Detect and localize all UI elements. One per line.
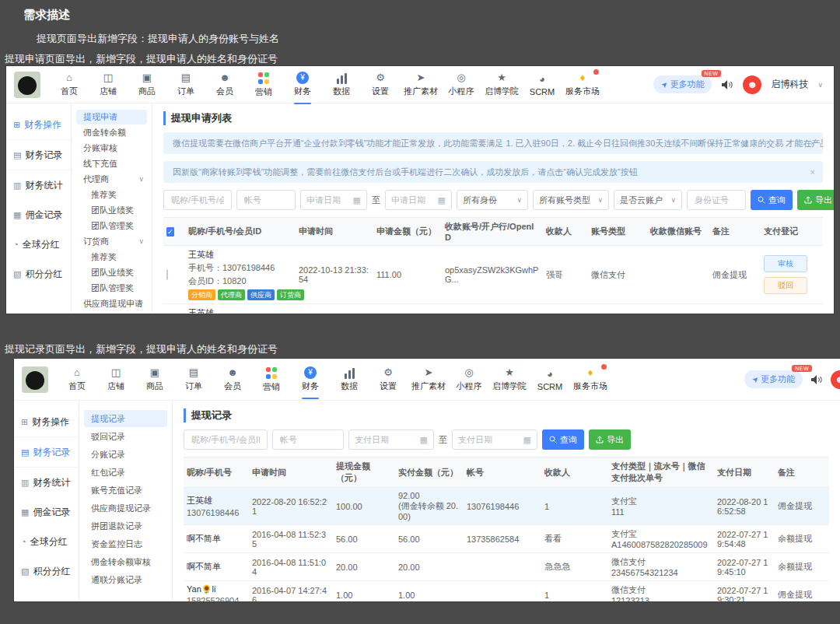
nav-item-home[interactable]: ⌂首页 bbox=[58, 366, 96, 392]
submenu-item[interactable]: 供应商提现记录 bbox=[84, 500, 167, 517]
nav-item-shop[interactable]: ◫店铺 bbox=[89, 72, 128, 97]
sidebar-item-points-dividend[interactable]: ▧积分分红 bbox=[6, 259, 71, 289]
sidebar-item-commission-records[interactable]: ▦佣金记录 bbox=[6, 200, 71, 230]
nav-item-orders[interactable]: ▤订单 bbox=[166, 72, 205, 97]
search-button[interactable]: 查询 bbox=[751, 190, 793, 210]
submenu-item[interactable]: 驳回记录 bbox=[84, 428, 167, 445]
submenu-item[interactable]: 团队管理奖 bbox=[76, 219, 147, 233]
submenu-item[interactable]: 佣金转余额审核 bbox=[84, 553, 167, 570]
keyword-input[interactable] bbox=[184, 429, 268, 450]
nav-item-goods[interactable]: ▣商品 bbox=[135, 366, 174, 392]
paid-amount: 20.00 bbox=[398, 563, 460, 572]
submenu-item[interactable]: 通联分账记录 bbox=[84, 571, 167, 588]
account-input[interactable] bbox=[272, 429, 344, 450]
nav-item-finance[interactable]: ¥财务 bbox=[291, 366, 330, 392]
account-avatar[interactable]: ☻ bbox=[743, 75, 761, 94]
nav-item-marketing[interactable]: 营销 bbox=[252, 366, 291, 393]
submenu-item[interactable]: 拼团退款记录 bbox=[84, 517, 167, 535]
submenu-item[interactable]: 提现记录 bbox=[84, 410, 167, 427]
nav-item-academy[interactable]: ★启博学院 bbox=[481, 72, 523, 97]
submenu-item[interactable]: 推荐奖 bbox=[76, 250, 147, 265]
submenu-item[interactable]: 分账记录 bbox=[84, 446, 167, 463]
date-start-input[interactable]: 申请日期▦ bbox=[300, 190, 367, 210]
nav-item-academy[interactable]: ★启博学院 bbox=[488, 366, 530, 392]
nav-item-settings[interactable]: ⚙设置 bbox=[361, 72, 400, 97]
nav-item-promo[interactable]: ➤推广素材 bbox=[400, 72, 442, 97]
cloud-account-select[interactable]: 是否云账户∨ bbox=[614, 190, 682, 210]
more-features-button[interactable]: ➤更多功能NEW bbox=[653, 75, 712, 93]
nav-item-scrm[interactable]: ◕SCRM bbox=[530, 368, 569, 391]
finance-sidebar: ⊞财务操作▤财务记录▥财务统计▦佣金记录◔全球分红▧积分分红 bbox=[14, 401, 79, 601]
row-checkbox[interactable] bbox=[166, 269, 168, 280]
keyword-input[interactable] bbox=[163, 190, 232, 210]
submenu-item[interactable]: 团队业绩奖 bbox=[76, 265, 147, 280]
announcement-speaker-icon[interactable] bbox=[721, 79, 733, 90]
nav-item-members[interactable]: ☻会员 bbox=[213, 366, 252, 392]
date-start-input[interactable]: 支付日期▦ bbox=[348, 429, 434, 450]
submenu-item[interactable]: 团队管理奖 bbox=[76, 281, 147, 296]
submenu-item-label: 订货商 bbox=[83, 234, 109, 249]
submenu-item[interactable]: 提现申请 bbox=[76, 110, 147, 124]
account-input[interactable] bbox=[236, 190, 296, 210]
select-all-checkbox[interactable]: ✓ bbox=[166, 227, 174, 237]
submenu-item[interactable]: 供应商提现申请 bbox=[76, 296, 147, 311]
submenu-item[interactable]: 代理商∨ bbox=[76, 172, 147, 187]
notification-badge bbox=[593, 69, 599, 75]
close-icon[interactable]: × bbox=[810, 132, 815, 154]
audit-button[interactable]: 审核 bbox=[764, 255, 807, 272]
sidebar-item-global-dividend[interactable]: ◔全球分红 bbox=[6, 230, 71, 259]
member-phone: 手机号：13076198446 bbox=[188, 262, 292, 274]
submenu-item[interactable]: 订货商∨ bbox=[76, 234, 147, 249]
nav-item-scrm[interactable]: ◕SCRM bbox=[523, 73, 562, 96]
sidebar-item-points-dividend[interactable]: ▧积分分红 bbox=[14, 556, 79, 586]
reject-button[interactable]: 驳回 bbox=[764, 277, 807, 294]
header-amount: 申请金额（元） bbox=[373, 223, 442, 240]
submenu-item[interactable]: 分账审核 bbox=[76, 141, 147, 156]
nav-item-label: 数据 bbox=[341, 380, 358, 392]
sidebar-item-finance-records[interactable]: ▤财务记录 bbox=[6, 140, 71, 170]
nav-item-data[interactable]: 数据 bbox=[330, 366, 369, 392]
export-button[interactable]: 导出 bbox=[797, 190, 834, 210]
submenu-item[interactable]: 线下充值 bbox=[76, 156, 147, 171]
orders-icon: ▤ bbox=[181, 72, 191, 84]
sidebar-item-finance-stats[interactable]: ▥财务统计 bbox=[6, 170, 71, 200]
nav-item-promo[interactable]: ➤推广素材 bbox=[408, 366, 450, 392]
announcement-speaker-icon[interactable] bbox=[810, 374, 823, 385]
submenu-item[interactable]: 账号充值记录 bbox=[84, 482, 167, 499]
nav-item-miniapp[interactable]: ◎小程序 bbox=[450, 366, 488, 392]
sidebar-item-finance-ops[interactable]: ⊞财务操作 bbox=[14, 407, 79, 437]
export-button[interactable]: 导出 bbox=[589, 429, 631, 450]
submenu-item[interactable]: 推荐奖 bbox=[76, 188, 147, 202]
date-end-input[interactable]: 支付日期▦ bbox=[452, 429, 537, 450]
account-type-select[interactable]: 所有账号类型∨ bbox=[533, 190, 609, 210]
sidebar-item-finance-records[interactable]: ▤财务记录 bbox=[14, 437, 79, 468]
identity-select[interactable]: 所有身份∨ bbox=[457, 190, 528, 210]
nav-item-data[interactable]: 数据 bbox=[322, 72, 361, 97]
submenu-item[interactable]: 团队业绩奖 bbox=[76, 203, 147, 218]
date-end-input[interactable]: 申请日期▦ bbox=[385, 190, 452, 210]
nav-item-finance[interactable]: ¥财务 bbox=[283, 72, 322, 97]
account-avatar[interactable]: ☻ bbox=[831, 370, 840, 389]
nav-item-settings[interactable]: ⚙设置 bbox=[369, 366, 408, 392]
nav-item-home[interactable]: ⌂首页 bbox=[50, 72, 89, 97]
sidebar-item-global-dividend[interactable]: ◔全球分红 bbox=[14, 527, 79, 556]
sidebar-item-finance-stats[interactable]: ▥财务统计 bbox=[14, 468, 79, 497]
nav-item-members[interactable]: ☻会员 bbox=[205, 72, 244, 97]
nav-item-shop[interactable]: ◫店铺 bbox=[96, 366, 135, 392]
submenu-item[interactable]: 佣金转余额 bbox=[76, 125, 147, 140]
sidebar-item-commission-records[interactable]: ▦佣金记录 bbox=[14, 497, 79, 527]
nav-item-marketing[interactable]: 营销 bbox=[244, 72, 283, 98]
search-button[interactable]: 查询 bbox=[542, 429, 584, 450]
idcard-input[interactable] bbox=[687, 190, 746, 210]
nav-item-miniapp[interactable]: ◎小程序 bbox=[442, 72, 481, 97]
more-features-button[interactable]: ➤更多功能NEW bbox=[744, 370, 803, 388]
nav-item-market[interactable]: ♦服务市场 bbox=[562, 72, 604, 97]
close-icon[interactable]: × bbox=[810, 161, 815, 183]
submenu-item[interactable]: 红包记录 bbox=[84, 464, 167, 481]
nav-item-market[interactable]: ♦服务市场 bbox=[569, 366, 611, 392]
nav-item-orders[interactable]: ▤订单 bbox=[174, 366, 213, 392]
sidebar-item-finance-ops[interactable]: ⊞财务操作 bbox=[6, 110, 71, 140]
submenu-item[interactable]: 拼团退款申请 bbox=[76, 312, 147, 314]
submenu-item[interactable]: 资金监控日志 bbox=[84, 535, 167, 552]
nav-item-goods[interactable]: ▣商品 bbox=[128, 72, 166, 97]
